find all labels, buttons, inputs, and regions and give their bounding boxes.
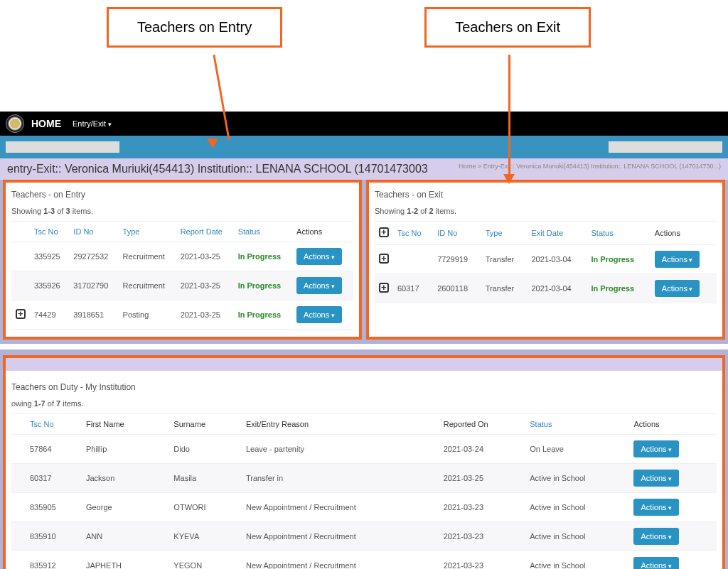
entry-table: Tsc No ID No Type Report Date Status Act… <box>11 221 353 330</box>
expand-icon[interactable] <box>379 227 389 237</box>
actions-button[interactable]: Actions <box>655 251 700 268</box>
col-tsc[interactable]: Tsc No <box>30 222 69 242</box>
actions-button[interactable]: Actions <box>633 528 679 545</box>
table-row: 60317 2600118 Transfer 2021-03-04 In Pro… <box>375 274 717 303</box>
page-title: entry-Exit:: Veronica Muriuki(454413) In… <box>7 163 428 175</box>
table-row: 835910ANNKYEVANew Appointment / Recruitm… <box>11 522 717 551</box>
col-status[interactable]: Status <box>234 222 292 242</box>
col-first-name: First Name <box>82 414 169 435</box>
callout-teachers-entry: Teachers on Entry <box>107 7 282 48</box>
exit-showing-text: Showing 1-2 of 2 items. <box>375 204 717 221</box>
col-actions: Actions <box>651 222 717 245</box>
actions-button[interactable]: Actions <box>633 470 679 487</box>
col-type[interactable]: Type <box>481 222 528 245</box>
table-row: 335926 31702790 Recruitment 2021-03-25 I… <box>11 271 353 300</box>
exit-table: Tsc No ID No Type Exit Date Status Actio… <box>375 221 717 303</box>
table-row: 57864PhillipDidoLeave - partenity2021-03… <box>11 435 717 464</box>
col-reported: Reported On <box>439 414 525 435</box>
duty-table: Tsc No First Name Surname Exit/Entry Rea… <box>11 413 717 569</box>
toolbar-box-right <box>609 141 722 153</box>
panel-title-exit: Teachers - on Exit <box>375 185 717 204</box>
actions-button[interactable]: Actions <box>296 248 342 265</box>
table-row: 60317JacksonMasilaTransfer in2021-03-25A… <box>11 464 717 493</box>
expand-icon[interactable] <box>379 283 389 293</box>
col-tsc[interactable]: Tsc No <box>393 222 433 245</box>
teachers-exit-panel: Teachers - on Exit Showing 1-2 of 2 item… <box>366 180 725 340</box>
teachers-duty-panel: Teachers on Duty - My Institution owing … <box>3 355 725 569</box>
callout-teachers-exit: Teachers on Exit <box>424 7 591 48</box>
table-row: 7729919 Transfer 2021-03-04 In Progress … <box>375 245 717 274</box>
breadcrumb-bar: entry-Exit:: Veronica Muriuki(454413) In… <box>0 158 728 180</box>
duty-showing-text: owing 1-7 of 7 items. <box>11 396 717 413</box>
expand-icon[interactable] <box>379 254 389 264</box>
table-row: 335925 29272532 Recruitment 2021-03-25 I… <box>11 242 353 271</box>
decorative-bar <box>6 358 722 371</box>
col-tsc[interactable]: Tsc No <box>26 414 82 435</box>
col-type[interactable]: Type <box>119 222 176 242</box>
panel-title-duty: Teachers on Duty - My Institution <box>11 378 717 396</box>
actions-button[interactable]: Actions <box>633 440 679 457</box>
col-actions: Actions <box>292 222 353 242</box>
actions-button[interactable]: Actions <box>633 499 679 516</box>
col-status[interactable]: Status <box>587 222 651 245</box>
col-reason: Exit/Entry Reason <box>242 414 439 435</box>
col-exit-date[interactable]: Exit Date <box>527 222 587 245</box>
toolbar-box-left <box>6 141 119 153</box>
teachers-entry-panel: Teachers - on Entry Showing 1-3 of 3 ite… <box>3 180 362 340</box>
col-surname: Surname <box>169 414 242 435</box>
annotation-arrows <box>0 55 728 140</box>
actions-button[interactable]: Actions <box>296 306 342 323</box>
expand-icon[interactable] <box>16 309 26 319</box>
col-status[interactable]: Status <box>525 414 629 435</box>
col-id[interactable]: ID No <box>69 222 118 242</box>
actions-button[interactable]: Actions <box>655 280 700 297</box>
col-report-date[interactable]: Report Date <box>176 222 234 242</box>
entry-showing-text: Showing 1-3 of 3 items. <box>11 204 353 221</box>
table-row: 835905GeorgeOTWORINew Appointment / Recr… <box>11 493 717 522</box>
actions-button[interactable]: Actions <box>633 557 679 569</box>
breadcrumb-trail: Home > Entry-Exit:: Veronica Muriuki(454… <box>459 163 721 170</box>
actions-button[interactable]: Actions <box>296 277 342 294</box>
col-actions: Actions <box>629 414 717 435</box>
col-id[interactable]: ID No <box>433 222 481 245</box>
panel-title-entry: Teachers - on Entry <box>11 185 353 204</box>
table-row: 835912JAPHETHYEGONNew Appointment / Recr… <box>11 551 717 570</box>
table-row: 74429 3918651 Posting 2021-03-25 In Prog… <box>11 300 353 330</box>
